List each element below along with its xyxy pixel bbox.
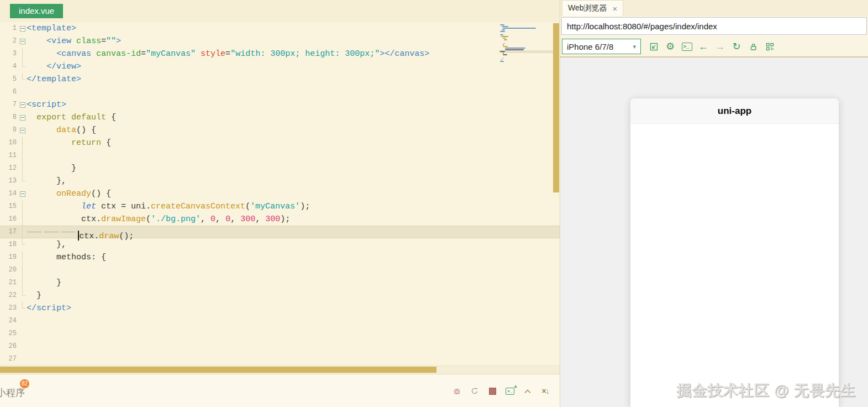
device-selector[interactable]: iPhone 6/7/8 ▾ bbox=[562, 39, 641, 54]
code-line-11[interactable]: 11 bbox=[0, 149, 560, 162]
hbuilderx-window: index.vue 1<template>2<view class="">3<c… bbox=[0, 0, 868, 407]
code-line-16[interactable]: 16ctx.drawImage('./bg.png', 0, 0, 300, 3… bbox=[0, 213, 560, 226]
code-line-22[interactable]: 22} bbox=[0, 289, 560, 302]
device-selector-value: iPhone 6/7/8 bbox=[567, 42, 613, 51]
minimap-line bbox=[503, 53, 504, 54]
forward-icon[interactable]: → bbox=[712, 38, 728, 55]
code-token: ( bbox=[146, 215, 151, 224]
settings-gear-icon[interactable]: ⚙ bbox=[662, 38, 678, 55]
code-line-3[interactable]: 3<canvas canvas-id="myCanvas" style="wid… bbox=[0, 48, 560, 60]
code-line-13[interactable]: 13}, bbox=[0, 175, 560, 187]
minimap-line bbox=[503, 28, 536, 29]
minimap-line bbox=[503, 58, 503, 59]
code-line-5[interactable]: 5</template> bbox=[0, 73, 560, 86]
code-line-17[interactable]: 17ctx.draw(); bbox=[0, 226, 560, 238]
code-line-10[interactable]: 10return { bbox=[0, 137, 560, 149]
horizontal-scrollbar-track[interactable] bbox=[0, 366, 560, 374]
code-token: 300 bbox=[240, 215, 255, 224]
code-line-27[interactable]: 27 bbox=[0, 353, 560, 366]
fold-collapse-icon[interactable] bbox=[19, 124, 27, 137]
code-token: = bbox=[101, 36, 106, 46]
code-line-26[interactable]: 26 bbox=[0, 340, 560, 353]
line-number: 6 bbox=[0, 86, 19, 98]
code-token: "" bbox=[106, 36, 116, 46]
code-token: <template> bbox=[27, 24, 76, 33]
refresh-icon[interactable]: ↻ bbox=[728, 38, 745, 55]
mini-program-label[interactable]: 小程序 bbox=[0, 387, 25, 399]
collapse-up-icon[interactable] bbox=[523, 387, 532, 395]
code-line-24[interactable]: 24 bbox=[0, 315, 560, 327]
code-line-21[interactable]: 21} bbox=[0, 276, 560, 289]
line-number: 27 bbox=[0, 353, 19, 366]
code-token: { bbox=[106, 113, 116, 122]
code-token: onReady bbox=[56, 189, 91, 199]
line-number: 22 bbox=[0, 289, 19, 302]
console-icon[interactable]: >_ bbox=[678, 38, 695, 55]
fold-guide bbox=[19, 60, 27, 73]
code-token: () { bbox=[91, 189, 111, 199]
code-line-18[interactable]: 18}, bbox=[0, 238, 560, 251]
device-preview-frame: uni-app bbox=[630, 98, 839, 407]
code-line-9[interactable]: 9data() { bbox=[0, 124, 560, 137]
line-number: 9 bbox=[0, 124, 19, 137]
fold-guide bbox=[19, 213, 27, 226]
fold-collapse-icon[interactable] bbox=[19, 187, 27, 200]
code-line-20[interactable]: 20 bbox=[0, 264, 560, 276]
code-token: 300 bbox=[265, 215, 280, 224]
fold-guide bbox=[19, 73, 27, 86]
lock-icon[interactable] bbox=[745, 38, 761, 55]
line-number: 25 bbox=[0, 327, 19, 340]
code-token: style bbox=[201, 49, 225, 59]
fold-guide bbox=[19, 289, 27, 302]
code-token: return bbox=[71, 138, 101, 148]
code-line-19[interactable]: 19methods: { bbox=[0, 251, 560, 264]
close-x-down-icon[interactable]: ×↓ bbox=[541, 387, 550, 395]
line-number: 16 bbox=[0, 213, 19, 226]
minimap-line bbox=[501, 59, 502, 60]
code-token: ctx. bbox=[81, 215, 101, 224]
code-line-15[interactable]: 15let ctx = uni.createCanvasContext('myC… bbox=[0, 200, 560, 213]
page-header: uni-app bbox=[630, 98, 839, 124]
tab-index-vue[interactable]: index.vue bbox=[10, 4, 63, 18]
fold-collapse-icon[interactable] bbox=[19, 111, 27, 124]
horizontal-scrollbar-thumb[interactable] bbox=[0, 367, 436, 373]
restart-icon[interactable] bbox=[470, 387, 479, 395]
fold-collapse-icon[interactable] bbox=[19, 22, 27, 35]
fold-guide bbox=[19, 48, 27, 60]
code-line-14[interactable]: 14onReady() { bbox=[0, 187, 560, 200]
qrcode-icon[interactable] bbox=[761, 38, 778, 55]
code-line-23[interactable]: 23</script> bbox=[0, 302, 560, 315]
code-line-12[interactable]: 12} bbox=[0, 162, 560, 175]
fold-collapse-icon[interactable] bbox=[19, 35, 27, 48]
code-line-6[interactable]: 6 bbox=[0, 86, 560, 98]
code-token: "myCanvas" bbox=[146, 49, 196, 59]
tab-web-browser[interactable]: Web浏览器 × bbox=[562, 0, 623, 16]
back-icon[interactable]: ← bbox=[695, 38, 712, 55]
plus-glyph: + bbox=[514, 384, 517, 391]
line-number: 17 bbox=[0, 226, 19, 238]
code-line-8[interactable]: 8export default { bbox=[0, 111, 560, 124]
open-external-browser-icon[interactable] bbox=[645, 38, 662, 55]
fold-collapse-icon[interactable] bbox=[19, 98, 27, 111]
code-line-1[interactable]: 1<template> bbox=[0, 22, 560, 35]
new-terminal-icon[interactable]: >_+ bbox=[506, 387, 514, 395]
code-token: = bbox=[141, 49, 146, 59]
minimap[interactable] bbox=[500, 24, 551, 69]
notification-badge: 82 bbox=[20, 379, 29, 388]
line-number: 23 bbox=[0, 302, 19, 315]
editor-footer: 小程序 82 >_+ bbox=[0, 374, 560, 407]
fold-guide bbox=[19, 200, 27, 213]
code-line-7[interactable]: 7<script> bbox=[0, 98, 560, 111]
code-line-4[interactable]: 4</view> bbox=[0, 60, 560, 73]
code-editor[interactable]: 1<template>2<view class="">3<canvas canv… bbox=[0, 22, 560, 366]
stop-icon[interactable] bbox=[488, 387, 497, 395]
address-bar[interactable] bbox=[561, 17, 867, 35]
vertical-scrollbar[interactable] bbox=[553, 23, 559, 192]
code-token: , bbox=[230, 215, 240, 224]
code-line-2[interactable]: 2<view class=""> bbox=[0, 35, 560, 48]
code-line-25[interactable]: 25 bbox=[0, 327, 560, 340]
debug-bug-icon[interactable] bbox=[453, 387, 461, 395]
line-number: 18 bbox=[0, 238, 19, 251]
minimap-line bbox=[500, 31, 505, 32]
close-icon[interactable]: × bbox=[613, 4, 618, 13]
